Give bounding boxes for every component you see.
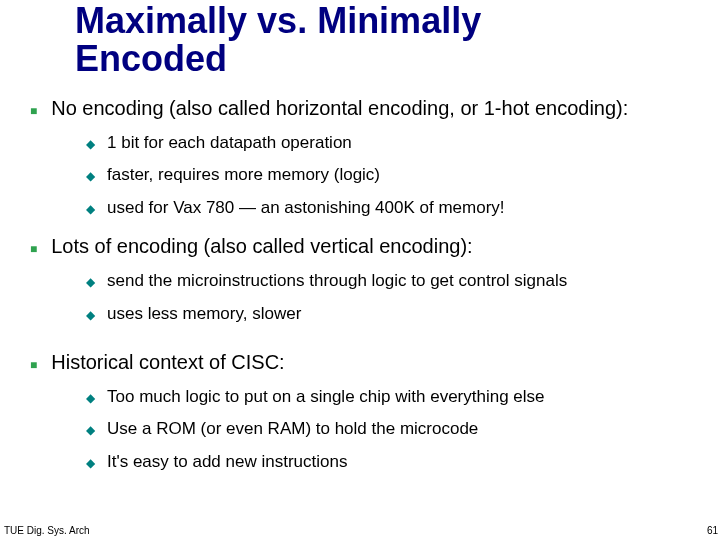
diamond-bullet-icon: ◆ bbox=[86, 137, 95, 151]
list-item-text: Lots of encoding (also called vertical e… bbox=[51, 234, 700, 259]
diamond-bullet-icon: ◆ bbox=[86, 423, 95, 437]
list-item: ◆ uses less memory, slower bbox=[86, 304, 700, 324]
title-line2: Encoded bbox=[75, 38, 227, 79]
diamond-bullet-icon: ◆ bbox=[86, 456, 95, 470]
list-item: ■ Lots of encoding (also called vertical… bbox=[30, 234, 700, 259]
square-bullet-icon: ■ bbox=[30, 242, 37, 257]
slide-title: Maximally vs. Minimally Encoded bbox=[75, 2, 481, 78]
list-item-text: send the microinstructions through logic… bbox=[107, 271, 700, 291]
list-item-text: faster, requires more memory (logic) bbox=[107, 165, 700, 185]
footer-source: TUE Dig. Sys. Arch bbox=[4, 525, 90, 536]
diamond-bullet-icon: ◆ bbox=[86, 169, 95, 183]
sub-list: ◆ send the microinstructions through log… bbox=[86, 271, 700, 324]
list-item: ◆ faster, requires more memory (logic) bbox=[86, 165, 700, 185]
diamond-bullet-icon: ◆ bbox=[86, 308, 95, 322]
list-item: ◆ Too much logic to put on a single chip… bbox=[86, 387, 700, 407]
list-item: ◆ It's easy to add new instructions bbox=[86, 452, 700, 472]
list-item: ◆ 1 bit for each datapath operation bbox=[86, 133, 700, 153]
list-item: ◆ used for Vax 780 — an astonishing 400K… bbox=[86, 198, 700, 218]
square-bullet-icon: ■ bbox=[30, 358, 37, 373]
slide-content: ■ No encoding (also called horizontal en… bbox=[30, 96, 700, 488]
sub-list: ◆ Too much logic to put on a single chip… bbox=[86, 387, 700, 472]
list-item: ◆ Use a ROM (or even RAM) to hold the mi… bbox=[86, 419, 700, 439]
list-item-text: No encoding (also called horizontal enco… bbox=[51, 96, 700, 121]
diamond-bullet-icon: ◆ bbox=[86, 275, 95, 289]
title-line1: Maximally vs. Minimally bbox=[75, 0, 481, 41]
list-item-text: It's easy to add new instructions bbox=[107, 452, 700, 472]
list-item-text: Too much logic to put on a single chip w… bbox=[107, 387, 700, 407]
list-item-text: Use a ROM (or even RAM) to hold the micr… bbox=[107, 419, 700, 439]
list-item-text: uses less memory, slower bbox=[107, 304, 700, 324]
list-item-text: 1 bit for each datapath operation bbox=[107, 133, 700, 153]
diamond-bullet-icon: ◆ bbox=[86, 391, 95, 405]
list-item-text: Historical context of CISC: bbox=[51, 350, 700, 375]
sub-list: ◆ 1 bit for each datapath operation ◆ fa… bbox=[86, 133, 700, 218]
slide-number: 61 bbox=[707, 525, 718, 536]
list-item-text: used for Vax 780 — an astonishing 400K o… bbox=[107, 198, 700, 218]
square-bullet-icon: ■ bbox=[30, 104, 37, 119]
list-item: ■ No encoding (also called horizontal en… bbox=[30, 96, 700, 121]
diamond-bullet-icon: ◆ bbox=[86, 202, 95, 216]
list-item: ◆ send the microinstructions through log… bbox=[86, 271, 700, 291]
list-item: ■ Historical context of CISC: bbox=[30, 350, 700, 375]
